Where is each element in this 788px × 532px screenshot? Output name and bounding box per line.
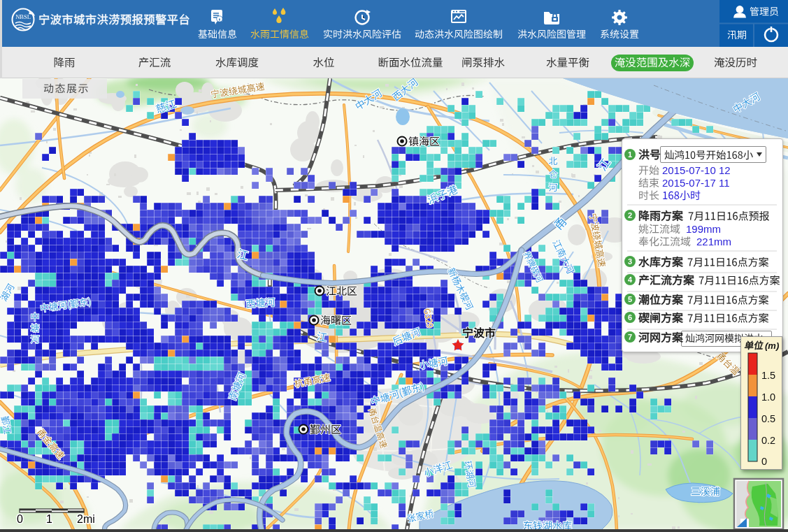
svg-text:NBSL: NBSL: [15, 13, 31, 20]
